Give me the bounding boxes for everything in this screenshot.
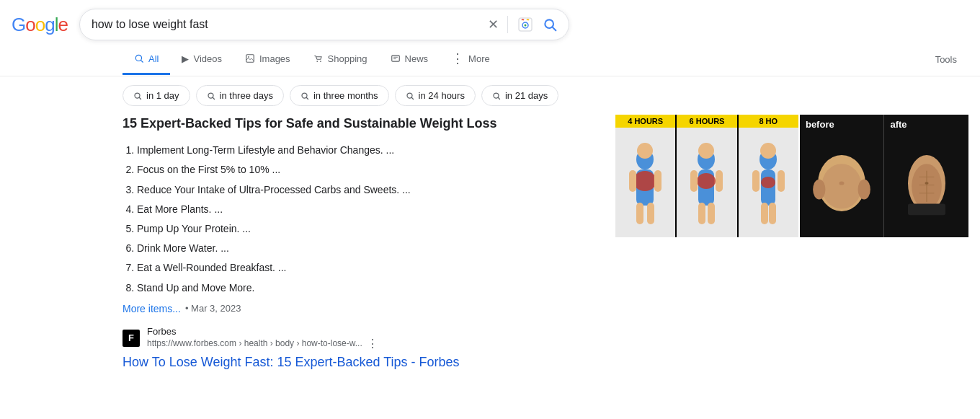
- more-items-link[interactable]: More items...: [122, 303, 181, 314]
- svg-rect-38: [708, 203, 715, 224]
- chip-1day[interactable]: in 1 day: [122, 85, 190, 106]
- hour-col-4: 4 HOURS: [615, 115, 677, 237]
- tab-images-label: Images: [259, 53, 290, 64]
- svg-rect-30: [647, 203, 654, 224]
- list-item: Eat a Well-Rounded Breakfast. ...: [137, 259, 598, 277]
- search-divider: [507, 16, 508, 33]
- svg-rect-29: [636, 203, 643, 224]
- list-item: Eat More Plants. ...: [137, 200, 598, 219]
- svg-point-52: [858, 180, 870, 200]
- shopping-icon: [313, 53, 324, 63]
- tab-images[interactable]: Images: [233, 45, 302, 75]
- result-link[interactable]: How To Lose Weight Fast: 15 Expert-Backe…: [122, 355, 460, 369]
- list-item: Drink More Water. ...: [137, 239, 598, 257]
- list-item: Reduce Your Intake of Ultra-Processed Ca…: [137, 181, 598, 199]
- logo-g2: g: [45, 14, 54, 36]
- svg-point-42: [761, 177, 775, 188]
- news-icon: [391, 53, 401, 63]
- search-bar: how to lose weight fast ✕: [79, 9, 569, 40]
- chip-21days[interactable]: in 21 days: [481, 85, 558, 106]
- chip-search-icon-4: [406, 92, 414, 100]
- chip-search-icon-5: [492, 92, 501, 100]
- body-figure-6: [677, 115, 736, 237]
- svg-rect-44: [778, 170, 785, 192]
- result-list: Implement Long-Term Lifestyle and Behavi…: [122, 141, 598, 297]
- svg-line-17: [213, 97, 215, 100]
- search-icons: ✕: [488, 16, 557, 33]
- tab-news[interactable]: News: [379, 45, 440, 75]
- ba-col-before: before: [800, 115, 885, 237]
- tab-videos-label: Videos: [193, 53, 222, 64]
- source-options-button[interactable]: ⋮: [367, 337, 378, 350]
- tab-news-label: News: [405, 53, 429, 64]
- belly-after: [884, 115, 968, 237]
- chip-search-icon: [133, 92, 142, 100]
- chip-21days-label: in 21 days: [505, 90, 548, 101]
- images-panel: 4 HOURS: [615, 115, 968, 237]
- logo-g: G: [12, 14, 25, 36]
- body-svg-8: [749, 138, 788, 231]
- svg-point-31: [637, 143, 653, 159]
- all-icon: [134, 53, 144, 63]
- lens-button[interactable]: [517, 16, 534, 33]
- body-figure-4: [615, 115, 675, 237]
- chip-3months-label: in three months: [313, 90, 378, 101]
- results-area: 15 Expert-Backed Tips for Safe and Susta…: [122, 115, 598, 371]
- svg-point-50: [839, 181, 845, 185]
- svg-point-51: [813, 180, 825, 200]
- svg-line-23: [498, 97, 500, 100]
- svg-rect-7: [246, 55, 254, 63]
- svg-rect-43: [752, 170, 760, 192]
- svg-point-34: [697, 173, 716, 189]
- chip-3days-label: in three days: [220, 90, 273, 101]
- ba-col-after: afte: [884, 115, 968, 237]
- search-input[interactable]: how to lose weight fast: [92, 18, 482, 31]
- tab-videos[interactable]: ▶ Videos: [170, 45, 233, 75]
- body-figure-8: [739, 115, 798, 237]
- tab-shopping[interactable]: Shopping: [302, 45, 379, 75]
- header: Google how to lose weight fast ✕: [0, 0, 980, 40]
- svg-point-2: [524, 25, 526, 27]
- svg-line-6: [141, 60, 143, 62]
- result-date: • Mar 3, 2023: [185, 303, 241, 314]
- clear-button[interactable]: ✕: [488, 17, 499, 32]
- videos-icon: ▶: [182, 53, 189, 64]
- list-item: Stand Up and Move More.: [137, 279, 598, 297]
- hour-col-6: 6 HOURS: [677, 115, 738, 237]
- source-name: Forbes: [147, 326, 378, 337]
- filter-chips: in 1 day in three days in three months i…: [0, 76, 980, 115]
- svg-point-26: [633, 171, 656, 191]
- svg-line-15: [139, 97, 141, 100]
- search-button[interactable]: [543, 17, 557, 32]
- tab-all[interactable]: All: [122, 45, 170, 75]
- chip-search-icon-2: [207, 92, 215, 100]
- source-row: F Forbes https://www.forbes.com › health…: [122, 326, 598, 350]
- hour-label-8: 8 HO: [739, 115, 798, 128]
- svg-rect-35: [690, 170, 698, 192]
- ba-label-before: before: [806, 119, 834, 130]
- images-icon: [245, 53, 255, 63]
- svg-rect-45: [761, 203, 768, 224]
- chip-3days[interactable]: in three days: [196, 85, 284, 106]
- search-icon: [543, 17, 557, 32]
- nav-tabs: All ▶ Videos Images Shopping News ⋮ More…: [0, 43, 980, 76]
- svg-point-49: [821, 164, 861, 208]
- main-content: 15 Expert-Backed Tips for Safe and Susta…: [0, 115, 980, 371]
- svg-line-4: [553, 27, 556, 31]
- hour-col-8: 8 HO: [739, 115, 798, 237]
- svg-rect-46: [769, 203, 776, 224]
- source-info: Forbes https://www.forbes.com › health ›…: [147, 326, 378, 350]
- hour-label-4: 4 HOURS: [615, 115, 675, 128]
- tab-more[interactable]: ⋮ More: [440, 43, 502, 76]
- more-icon: ⋮: [451, 52, 464, 65]
- svg-point-47: [760, 143, 776, 159]
- tab-more-label: More: [468, 53, 490, 64]
- belly-after-svg: [891, 136, 963, 230]
- tools-button[interactable]: Tools: [924, 45, 968, 74]
- svg-rect-27: [629, 170, 636, 192]
- list-item: Implement Long-Term Lifestyle and Behavi…: [137, 141, 598, 159]
- more-items-row: More items... • Mar 3, 2023: [122, 303, 598, 314]
- chip-1day-label: in 1 day: [146, 90, 179, 101]
- chip-3months[interactable]: in three months: [290, 85, 389, 106]
- chip-24hours[interactable]: in 24 hours: [395, 85, 476, 106]
